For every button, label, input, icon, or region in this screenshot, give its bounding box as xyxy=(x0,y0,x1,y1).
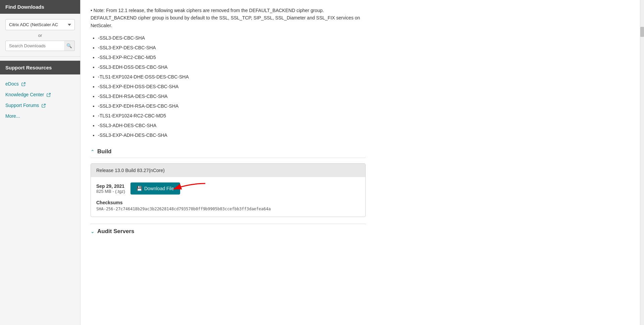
build-card-header: Release 13.0 Build 83.27(nCore) xyxy=(91,164,365,177)
support-resources-header: Support Resources xyxy=(0,61,80,74)
external-link-icon xyxy=(21,82,25,86)
build-section-title: Build xyxy=(97,148,112,155)
content-section: • Note: From 12.1 release, the following… xyxy=(91,7,366,237)
list-item: -SSL3-DES-CBC-SHA xyxy=(98,33,366,43)
list-item: -SSL3-ADH-DES-CBC-SHA xyxy=(98,121,366,130)
external-link-icon-3 xyxy=(42,104,46,108)
scrollbar-track[interactable] xyxy=(640,0,644,325)
build-card: Release 13.0 Build 83.27(nCore) Sep 29, … xyxy=(91,163,366,217)
list-item: -SSL3-EXP-EDH-DSS-DES-CBC-SHA xyxy=(98,82,366,92)
build-date-size-row: Sep 29, 2021 825 MB - (.tgz) 💾 Download … xyxy=(96,182,360,195)
list-item: -SSL3-EXP-EDH-RSA-DES-CBC-SHA xyxy=(98,101,366,111)
build-card-body: Sep 29, 2021 825 MB - (.tgz) 💾 Download … xyxy=(91,177,365,217)
external-link-icon-2 xyxy=(47,93,51,97)
build-info: Sep 29, 2021 825 MB - (.tgz) xyxy=(96,183,125,194)
sidebar-link-knowledge-center[interactable]: Knowledge Center xyxy=(0,89,80,100)
search-icon: 🔍 xyxy=(66,43,72,48)
list-item: -TLS1-EXP1024-RC2-CBC-MD5 xyxy=(98,111,366,121)
main-content: • Note: From 12.1 release, the following… xyxy=(80,0,640,325)
sidebar-link-edocs[interactable]: eDocs xyxy=(0,78,80,89)
list-item: -TLS1-EXP1024-DHE-DSS-DES-CBC-SHA xyxy=(98,72,366,82)
search-button[interactable]: 🔍 xyxy=(64,41,75,51)
sha256-value: SHA-256-27c746418b29ac3b22628148cd793570… xyxy=(96,207,360,211)
build-section-header: ⌃ Build xyxy=(91,148,366,158)
download-btn-container: 💾 Download File xyxy=(130,182,180,195)
checksums-label: Checksums xyxy=(96,200,360,205)
sidebar-dropdown-area: Citrix ADC (NetScaler AC or 🔍 xyxy=(0,14,80,57)
sidebar: Find Downloads Citrix ADC (NetScaler AC … xyxy=(0,0,80,325)
support-resources-label: Support Resources xyxy=(5,65,52,70)
find-downloads-header: Find Downloads xyxy=(0,0,80,14)
list-item: -SSL3-EXP-RC2-CBC-MD5 xyxy=(98,53,366,62)
chevron-down-icon[interactable]: ⌄ xyxy=(91,229,95,234)
build-size: 825 MB - (.tgz) xyxy=(96,189,125,194)
audit-section-title: Audit Servers xyxy=(97,228,135,235)
list-item: -SSL3-EDH-RSA-DES-CBC-SHA xyxy=(98,92,366,101)
find-downloads-label: Find Downloads xyxy=(5,4,44,10)
product-dropdown[interactable]: Citrix ADC (NetScaler AC xyxy=(5,19,75,30)
audit-section-header: ⌄ Audit Servers xyxy=(91,224,366,237)
support-links-list: eDocs Knowledge Center Support Forums xyxy=(0,74,80,125)
build-date: Sep 29, 2021 xyxy=(96,183,125,189)
list-item: -SSL3-EXP-ADH-DES-CBC-SHA xyxy=(98,130,366,140)
checksums-section: Checksums SHA-256-27c746418b29ac3b226281… xyxy=(96,200,360,211)
note-text: • Note: From 12.1 release, the following… xyxy=(91,7,366,29)
list-item: -SSL3-EDH-DSS-DES-CBC-SHA xyxy=(98,62,366,72)
red-arrow-annotation xyxy=(170,182,207,195)
download-icon: 💾 xyxy=(137,186,142,191)
or-label: or xyxy=(5,33,75,38)
search-wrap: 🔍 xyxy=(5,41,75,51)
cipher-list: -SSL3-DES-CBC-SHA -SSL3-EXP-DES-CBC-SHA … xyxy=(91,33,366,140)
chevron-up-icon[interactable]: ⌃ xyxy=(91,149,95,154)
list-item: -SSL3-EXP-DES-CBC-SHA xyxy=(98,43,366,53)
sidebar-link-more[interactable]: More... xyxy=(0,111,80,121)
scrollbar-thumb[interactable] xyxy=(640,27,644,37)
sidebar-link-support-forums[interactable]: Support Forums xyxy=(0,100,80,111)
